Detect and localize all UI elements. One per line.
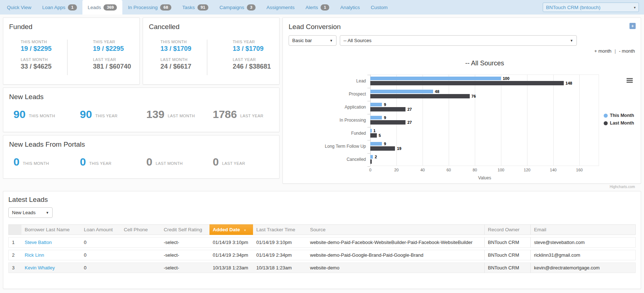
chart-type-select[interactable]: Basic bar ▼	[289, 35, 337, 46]
chart-bar: 1	[370, 129, 372, 133]
stat: LAST YEAR381 / $60740	[93, 57, 139, 70]
stat-label: LAST MONTH	[168, 111, 195, 118]
chart-category-bars: 927	[370, 101, 599, 114]
chart-bar: 5	[370, 133, 377, 138]
chevron-down-icon: ▼	[46, 211, 49, 215]
stat-value: 246 / $38681	[233, 63, 279, 70]
account-select[interactable]: BNTouch CRM (bntouch) ▾	[543, 3, 639, 12]
chart-category-label: Application	[289, 101, 370, 114]
nav-item-custom[interactable]: Custom	[365, 0, 393, 15]
column-header-credit[interactable]: Credit Self Rating	[160, 224, 209, 235]
chart-category-row: In Processing927	[289, 114, 635, 127]
new-leads-stats: 90THIS MONTH90THIS YEAR139LAST MONTH1786…	[3, 101, 279, 120]
nav-item-badge: 369	[103, 4, 117, 11]
nav-item-label: Quick View	[7, 5, 31, 10]
chart-bar-value-label: 27	[407, 120, 412, 125]
column-header-num[interactable]	[8, 224, 21, 235]
cell-credit: -select-	[160, 237, 209, 248]
leads-filter-select[interactable]: New Leads ▼	[8, 207, 53, 218]
chart-bar: 2	[370, 155, 373, 159]
cell-cell_phone	[121, 237, 160, 248]
new-leads-card-title: New Leads	[3, 88, 279, 101]
chart-bar-value-label: 76	[472, 94, 476, 98]
column-header-source[interactable]: Source	[307, 224, 484, 235]
stat: LAST MONTH24 / $6617	[160, 57, 207, 70]
chart-bar: 100	[370, 77, 501, 80]
cell-loan_amount: 0	[81, 263, 121, 273]
stat-label: LAST YEAR	[233, 57, 279, 62]
source-select[interactable]: -- All Sources ▼	[340, 35, 577, 46]
chart-x-tick-label: 60	[447, 168, 451, 172]
nav-item-badge: 3	[247, 4, 256, 11]
chart-category-row: Funded15	[289, 127, 635, 140]
chart-x-tick-label: 40	[420, 168, 425, 172]
cell-added: 01/14/19 3:10pm	[209, 237, 253, 248]
chevron-down-icon: ▼	[570, 39, 573, 42]
chart-credit-link[interactable]: Highcharts.com	[289, 185, 635, 189]
stat-column: THIS MONTH13 / $1709LAST MONTH24 / $6617	[143, 40, 207, 75]
add-month-button[interactable]: + month	[594, 48, 611, 54]
cell-cell_phone	[121, 263, 160, 273]
column-header-label: Record Owner	[488, 227, 519, 232]
chart-bar: 76	[370, 94, 470, 98]
nav-item-label: Custom	[371, 5, 388, 10]
cell-owner: BNTouch CRM	[484, 250, 530, 260]
nav-item-analytics[interactable]: Analytics	[335, 0, 365, 15]
cell-source: website-demo	[307, 263, 484, 273]
nav-item-loan-apps[interactable]: Loan Apps1	[37, 0, 82, 15]
chart-x-tick-label: 100	[498, 168, 504, 172]
nav-item-quick-view[interactable]: Quick View	[1, 0, 37, 15]
nav-item-tasks[interactable]: Tasks91	[177, 0, 214, 15]
nav-item-campaigns[interactable]: Campaigns3	[214, 0, 261, 15]
chart-category-label: Long Term Follow Up	[289, 140, 370, 153]
leads-filter-select-value: New Leads	[12, 210, 36, 215]
nav-item-label: Alerts	[305, 5, 318, 10]
nav-item-leads[interactable]: Leads369	[82, 0, 123, 15]
column-header-label: Credit Self Rating	[164, 227, 202, 232]
chart-plot-area: Lead100148Prospect4876Application927In P…	[289, 74, 635, 166]
stat-value: 139	[146, 109, 164, 120]
nav-item-in-processing[interactable]: In Processing68	[122, 0, 177, 15]
column-header-owner[interactable]: Record Owner	[484, 224, 530, 235]
table-row: 1Steve Batton0-select-01/14/19 3:10pm01/…	[8, 237, 636, 248]
column-header-label: Source	[310, 227, 326, 232]
column-header-loan_amount[interactable]: Loan Amount	[81, 224, 121, 235]
chart-bar: 148	[370, 81, 564, 85]
stat-value: 19 / $2295	[93, 45, 139, 53]
chart-axis-tick	[367, 166, 370, 167]
borrower-name-link[interactable]: Steve Batton	[25, 240, 52, 245]
stat-label: THIS MONTH	[21, 40, 67, 44]
stat-value: 0	[13, 156, 20, 167]
column-header-name[interactable]: Borrower Last Name	[21, 224, 81, 235]
chart-category-row: Lead100148	[289, 74, 635, 88]
cell-num: 3	[8, 263, 21, 273]
column-header-tracker[interactable]: Last Tracker Time	[253, 224, 307, 235]
stat: THIS MONTH19 / $2295	[21, 40, 67, 53]
column-header-added[interactable]: Added Date▼	[209, 224, 253, 235]
column-header-cell_phone[interactable]: Cell Phone	[121, 224, 160, 235]
legend-item[interactable]: Last Month	[604, 121, 634, 126]
stat: 0THIS MONTH	[13, 156, 80, 167]
stat-column: THIS YEAR19 / $2295LAST YEAR381 / $60740	[67, 40, 139, 75]
borrower-name-link[interactable]: Kevin Whatley	[25, 265, 55, 270]
chart-category-row: Long Term Follow Up919	[289, 140, 635, 153]
stat-label: LAST MONTH	[160, 57, 207, 62]
nav-item-alerts[interactable]: Alerts1	[300, 0, 335, 15]
cell-tracker: 01/14/19 3:10pm	[253, 237, 307, 248]
chart-category-label: Lead	[289, 74, 370, 88]
chart-category-label: Funded	[289, 127, 370, 140]
chart-bar-value-label: 9	[384, 102, 386, 107]
expand-plus-icon[interactable]: +	[629, 23, 636, 29]
column-header-email[interactable]: Email	[530, 224, 636, 235]
nav-item-assignments[interactable]: Assignments	[261, 0, 300, 15]
chart-x-tick-label: 0	[369, 168, 371, 172]
legend-item[interactable]: This Month	[604, 113, 634, 118]
borrower-name-link[interactable]: Rick Linn	[25, 252, 44, 258]
stat: 1786LAST YEAR	[213, 109, 279, 120]
chart-x-axis-title: Values	[370, 175, 599, 180]
chart-bar-value-label: 2	[375, 155, 377, 159]
remove-month-button[interactable]: - month	[619, 48, 635, 54]
cell-added: 10/13/18 1:23am	[209, 263, 253, 273]
cell-tracker: 01/14/19 2:34pm	[253, 250, 307, 260]
month-links-separator: |	[615, 48, 616, 54]
